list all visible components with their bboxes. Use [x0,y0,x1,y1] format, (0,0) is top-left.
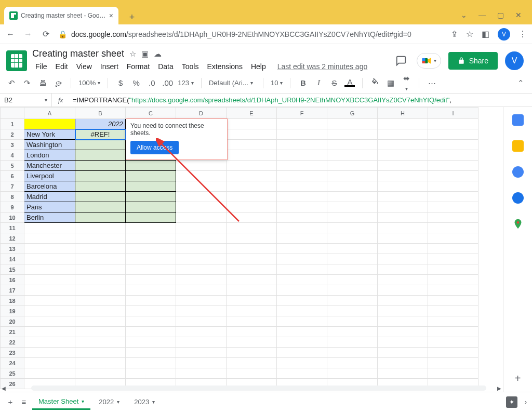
cell[interactable] [378,327,428,337]
cell[interactable] [24,264,75,275]
all-sheets-icon[interactable]: ≡ [19,397,29,406]
cell[interactable] [75,285,126,296]
menu-edit[interactable]: Edit [52,60,71,73]
strikethrough-icon[interactable]: S [329,78,339,87]
number-format-dropdown[interactable]: 123 [178,79,194,87]
redo-icon[interactable]: ↷ [22,78,32,88]
cell[interactable] [378,192,428,202]
row-header[interactable]: 7 [1,181,24,192]
cell[interactable] [75,244,126,254]
sheet-tab[interactable]: 2023▾ [128,394,161,410]
cell[interactable] [227,212,277,223]
cell[interactable] [277,348,327,358]
text-color-icon[interactable]: A [344,79,355,87]
cell[interactable] [227,150,277,161]
cell[interactable] [176,358,227,368]
cell[interactable] [277,233,327,244]
cell[interactable] [277,275,327,285]
column-header[interactable]: B [75,108,126,119]
cell[interactable]: Washington [24,140,75,150]
cell[interactable] [277,244,327,254]
cell[interactable] [327,161,378,171]
cell[interactable]: 2022 [75,119,126,129]
chevron-down-icon[interactable]: ⌄ [461,11,467,19]
new-tab-button[interactable]: + [125,10,139,24]
cell[interactable] [428,254,478,264]
cell[interactable] [126,275,176,285]
cell[interactable] [428,306,478,316]
cell[interactable] [428,171,478,181]
cell[interactable] [428,327,478,337]
cell[interactable] [428,119,478,129]
cell[interactable] [378,150,428,161]
cell[interactable] [327,254,378,264]
cell[interactable] [75,254,126,264]
bookmark-icon[interactable]: ☆ [466,29,473,39]
cell[interactable] [176,171,227,181]
cell[interactable] [75,171,126,181]
cell[interactable] [428,233,478,244]
cell[interactable]: Berlin [24,212,75,223]
cell[interactable] [126,233,176,244]
row-header[interactable]: 24 [1,358,24,368]
cell[interactable] [75,368,126,379]
cell[interactable] [428,212,478,223]
cell[interactable]: New York [24,129,75,140]
cell[interactable] [75,348,126,358]
cell[interactable] [378,348,428,358]
cell[interactable] [378,202,428,212]
cell[interactable] [428,140,478,150]
cell[interactable] [327,327,378,337]
column-header[interactable]: D [176,108,227,119]
cell[interactable] [75,212,126,223]
row-header[interactable]: 12 [1,233,24,244]
currency-icon[interactable]: $ [115,78,126,87]
cell[interactable] [227,285,277,296]
cell[interactable] [24,254,75,264]
cell[interactable] [176,368,227,379]
cell[interactable] [227,181,277,192]
cell[interactable] [428,275,478,285]
row-header[interactable]: 15 [1,264,24,275]
column-header[interactable]: F [277,108,327,119]
cell[interactable] [327,202,378,212]
cell[interactable] [176,233,227,244]
cell[interactable] [327,244,378,254]
forward-icon[interactable]: → [23,30,33,39]
cell[interactable] [176,212,227,223]
row-header[interactable]: 19 [1,306,24,316]
cell[interactable] [126,285,176,296]
cell[interactable]: Liverpool [24,171,75,181]
increase-decimal-icon[interactable]: .00 [162,78,172,87]
cell[interactable] [277,171,327,181]
cell[interactable]: Barcelona [24,181,75,192]
cell[interactable] [75,296,126,306]
cell[interactable] [327,150,378,161]
cell[interactable] [227,316,277,327]
minimize-icon[interactable]: — [478,11,486,19]
cell[interactable] [126,264,176,275]
calendar-icon[interactable] [512,114,524,126]
cell[interactable] [176,202,227,212]
cell[interactable] [428,244,478,254]
cell[interactable] [277,223,327,233]
cell[interactable] [378,233,428,244]
cell[interactable] [24,223,75,233]
cell[interactable] [378,223,428,233]
cell[interactable] [378,264,428,275]
cell[interactable] [126,171,176,181]
cell[interactable] [327,129,378,140]
cell[interactable] [327,368,378,379]
cell[interactable] [75,181,126,192]
cell[interactable] [277,285,327,296]
cell[interactable] [327,296,378,306]
cell[interactable] [227,202,277,212]
cell[interactable] [227,296,277,306]
contacts-icon[interactable] [512,192,524,204]
print-icon[interactable]: 🖶 [37,78,48,87]
cell[interactable] [75,264,126,275]
cell[interactable] [176,264,227,275]
cell[interactable] [327,181,378,192]
cell[interactable] [24,316,75,327]
cell[interactable] [428,285,478,296]
